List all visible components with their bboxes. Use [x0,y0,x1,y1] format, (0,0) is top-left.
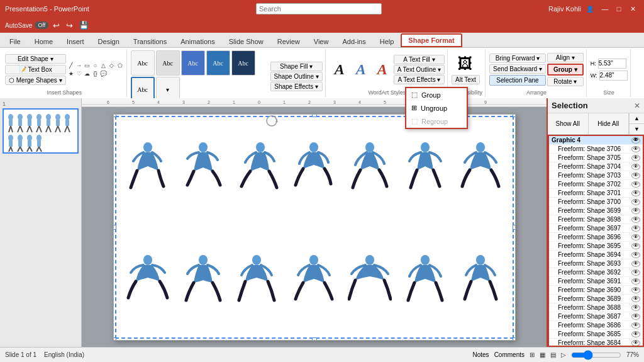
shape-pentagon[interactable]: ⬠ [116,62,124,69]
minimize-btn[interactable]: — [599,4,611,14]
selection-item[interactable]: Freeform: Shape 3698👁 [549,215,643,224]
selection-item[interactable]: Freeform: Shape 3690👁 [549,286,643,295]
tab-view[interactable]: View [307,35,336,47]
tab-transitions[interactable]: Transitions [126,35,174,47]
selection-item[interactable]: Freeform: Shape 3684👁 [549,339,643,347]
alt-text-icon[interactable]: 🖼 [458,55,473,72]
slide-thumbnail[interactable] [3,108,79,154]
group-btn[interactable]: Group ▾ [547,64,584,76]
close-btn[interactable]: ✕ [626,4,639,14]
shape-diamond[interactable]: ◇ [108,62,116,69]
shape-style-more[interactable]: ▾ [156,77,180,98]
slide-canvas[interactable] [113,114,516,341]
selection-item[interactable]: Freeform: Shape 3693👁 [549,259,643,268]
alt-text-btn[interactable]: Alt Text [452,75,480,84]
tab-design[interactable]: Design [91,35,126,47]
text-outline-btn[interactable]: A Text Outline ▾ [394,65,445,74]
selection-item[interactable]: Graphic 4👁 [549,136,643,145]
shape-arrow[interactable]: → [75,62,83,69]
width-input[interactable] [599,71,628,81]
visibility-icon[interactable]: 👁 [631,146,640,152]
selection-item[interactable]: Freeform: Shape 3696👁 [549,233,643,242]
undo-btn[interactable]: ↩ [51,21,62,30]
height-input[interactable] [598,59,626,69]
visibility-icon[interactable]: 👁 [631,199,640,205]
shape-effects-btn[interactable]: Shape Effects ▾ [270,82,323,91]
shape-heart[interactable]: ♡ [75,70,83,77]
visibility-icon[interactable]: 👁 [631,296,640,302]
shape-bracket[interactable]: {} [92,70,99,77]
selection-item[interactable]: Freeform: Shape 3706👁 [549,145,643,154]
visibility-icon[interactable]: 👁 [631,181,640,188]
visibility-icon[interactable]: 👁 [631,190,640,196]
selection-item[interactable]: Freeform: Shape 3694👁 [549,251,643,259]
selection-item[interactable]: Freeform: Shape 3692👁 [549,268,643,277]
canvas-area[interactable] [82,107,547,347]
visibility-icon[interactable]: 👁 [631,137,640,144]
visibility-icon[interactable]: 👁 [631,340,640,346]
view-slideshow-icon[interactable]: ▷ [561,351,566,358]
visibility-icon[interactable]: 👁 [631,164,640,170]
move-down-btn[interactable]: ▼ [630,124,644,134]
redo-btn[interactable]: ↪ [64,21,75,30]
text-effects-btn[interactable]: A Text Effects ▾ [394,75,445,84]
rotation-handle[interactable] [265,115,278,128]
tab-shape-format[interactable]: Shape Format [401,33,462,47]
shape-rect[interactable]: ▭ [84,62,91,69]
align-btn[interactable]: Align ▾ [547,53,584,62]
shape-triangle[interactable]: △ [100,62,108,69]
tab-addins[interactable]: Add-ins [335,35,372,47]
show-all-btn[interactable]: Show All [548,113,589,134]
bring-forward-btn[interactable]: Bring Forward ▾ [489,54,546,63]
visibility-icon[interactable]: 👁 [631,173,640,179]
zoom-slider[interactable] [571,351,621,359]
save-btn[interactable]: 💾 [77,21,91,30]
tab-animations[interactable]: Animations [174,35,221,47]
shape-style-1[interactable]: Abc [131,50,155,76]
visibility-icon[interactable]: 👁 [631,234,640,240]
maximize-btn[interactable]: □ [613,4,625,14]
shape-style-6[interactable]: Abc [131,77,155,98]
selection-item[interactable]: Freeform: Shape 3689👁 [549,295,643,303]
selection-pane-close[interactable]: ✕ [634,101,640,110]
move-up-btn[interactable]: ▲ [630,113,644,124]
hide-all-btn[interactable]: Hide All [589,113,630,134]
view-reading-icon[interactable]: ▤ [550,351,556,358]
selection-item[interactable]: Freeform: Shape 3703👁 [549,171,643,180]
tab-file[interactable]: File [3,35,28,47]
shape-style-4[interactable]: Abc [206,50,230,76]
tab-help[interactable]: Help [373,35,401,47]
shape-style-5[interactable]: Abc [231,50,255,76]
rotate-btn[interactable]: Rotate ▾ [547,77,584,86]
selection-item[interactable]: Freeform: Shape 3704👁 [549,162,643,171]
tab-insert[interactable]: Insert [60,35,91,47]
visibility-icon[interactable]: 👁 [631,155,640,161]
visibility-icon[interactable]: 👁 [631,331,640,337]
visibility-icon[interactable]: 👁 [631,252,640,258]
wordart-style-2[interactable]: A [351,58,371,81]
merge-shapes-btn[interactable]: ⬡ Merge Shapes ▾ [5,76,66,85]
selection-pane-btn[interactable]: Selection Pane [489,75,546,86]
selection-item[interactable]: Freeform: Shape 3691👁 [549,277,643,286]
shape-cloud[interactable]: ☁ [84,70,91,77]
comments-btn[interactable]: Comments [494,351,525,358]
view-slide-icon[interactable]: ▦ [540,351,545,358]
tab-slideshow[interactable]: Slide Show [222,35,270,47]
notes-btn[interactable]: Notes [473,351,489,358]
selection-item[interactable]: Freeform: Shape 3686👁 [549,321,643,330]
search-input[interactable] [256,3,382,14]
selection-item[interactable]: Freeform: Shape 3700👁 [549,198,643,206]
selection-item[interactable]: Freeform: Shape 3702👁 [549,180,643,189]
visibility-icon[interactable]: 👁 [631,243,640,249]
visibility-icon[interactable]: 👁 [631,261,640,267]
edit-shape-btn[interactable]: Edit Shape ▾ [5,54,66,64]
visibility-icon[interactable]: 👁 [631,208,640,214]
tab-review[interactable]: Review [270,35,307,47]
selection-pane-list[interactable]: Graphic 4👁Freeform: Shape 3706👁Freeform:… [548,135,644,347]
shape-fill-btn[interactable]: Shape Fill ▾ [270,62,323,71]
shape-star[interactable]: ★ [67,70,75,77]
shape-style-3[interactable]: Abc [181,50,205,76]
text-box-btn[interactable]: 📝 Text Box [5,65,66,74]
wordart-style-3[interactable]: A [372,58,392,81]
group-menu-ungroup[interactable]: ⊞ Ungroup [406,101,467,115]
